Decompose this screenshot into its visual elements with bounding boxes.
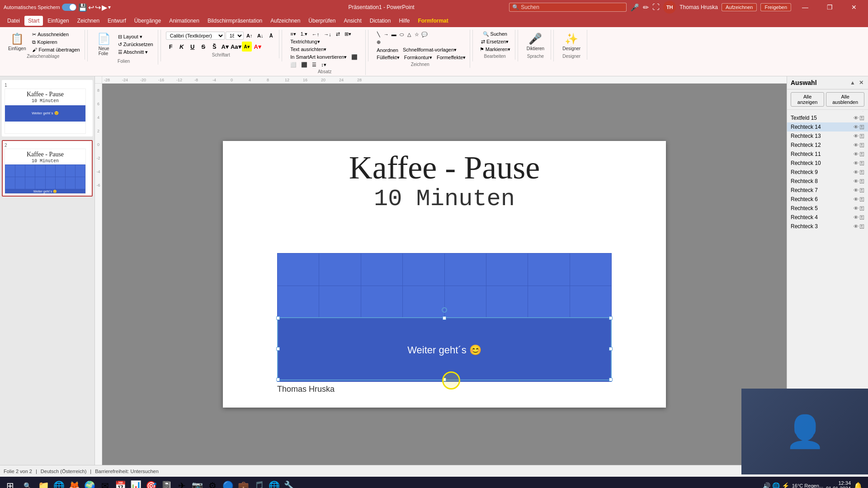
eye-icon-8[interactable]: 👁 xyxy=(854,178,859,184)
align-left[interactable]: ⬛ xyxy=(349,54,359,61)
lock-icon-4[interactable]: ⚿ xyxy=(859,142,864,148)
panel-item-rechteck14[interactable]: Rechteck 14 👁 ⚿ xyxy=(787,122,868,131)
lock-icon-3[interactable]: ⚿ xyxy=(859,133,864,139)
autosave-switch[interactable] xyxy=(62,4,76,11)
taskbar-edge[interactable]: 🌐 xyxy=(52,479,66,488)
anordnen-btn[interactable]: Anordnen xyxy=(375,47,400,53)
taskbar-app2[interactable]: ⚙ xyxy=(205,479,220,488)
taskbar-app7[interactable]: 🔧 xyxy=(282,479,297,488)
shape-line[interactable]: ╲ xyxy=(375,31,382,38)
taskbar-teams[interactable]: 🎯 xyxy=(144,479,158,488)
taskbar-firefox[interactable]: 🦊 xyxy=(67,479,81,488)
eye-icon-6[interactable]: 👁 xyxy=(854,160,859,166)
eye-icon-9[interactable]: 👁 xyxy=(854,188,859,193)
eye-icon-3[interactable]: 👁 xyxy=(854,133,859,139)
menu-hilfe[interactable]: Hilfe xyxy=(395,16,413,26)
slide-canvas[interactable]: Kaffee - Pause 10 Minuten xyxy=(223,141,666,408)
shape-rect[interactable]: ▬ xyxy=(390,31,397,38)
section-button[interactable]: ☰ Abschnitt ▾ xyxy=(116,49,155,56)
rtl-btn[interactable]: ⇄ xyxy=(334,31,342,38)
fullscreen-icon[interactable]: ⛶ xyxy=(652,3,660,11)
cut-button[interactable]: ✂ Ausschneiden xyxy=(30,31,81,38)
eye-icon-1[interactable]: 👁 xyxy=(854,115,859,121)
minimize-button[interactable]: — xyxy=(795,0,816,14)
shape-arrow[interactable]: → xyxy=(382,31,390,38)
user-avatar[interactable]: TH xyxy=(663,1,676,14)
paste-button[interactable]: 📋 Einfügen xyxy=(5,31,29,53)
taskbar-explorer[interactable]: 📁 xyxy=(36,479,51,488)
slide-panel[interactable]: 1 Kaffee - Pause 10 Minuten Weiter geht´… xyxy=(0,76,95,465)
taskbar-app6[interactable]: 🌐 xyxy=(267,479,281,488)
align-justify[interactable]: ☰ xyxy=(310,61,318,68)
lock-icon-2[interactable]: ⚿ xyxy=(859,124,864,130)
panel-close[interactable]: ✕ xyxy=(858,80,864,86)
ersetzen-btn[interactable]: ⇄ Ersetzen▾ xyxy=(479,38,510,45)
textalign-btn[interactable]: Text ausrichten▾ xyxy=(288,46,328,53)
font-name-select[interactable]: Calibri (Textkörper) xyxy=(166,32,225,40)
taskbar-powerpoint[interactable]: 📊 xyxy=(128,479,143,488)
canvas-area[interactable]: Kaffee - Pause 10 Minuten xyxy=(102,84,787,465)
taskbar-app3[interactable]: 🔵 xyxy=(221,479,235,488)
shadow-button[interactable]: S̈ xyxy=(209,42,219,52)
start-button[interactable]: ⊞ xyxy=(2,478,18,488)
panel-item-rechteck12[interactable]: Rechteck 12 👁 ⚿ xyxy=(787,141,868,150)
shape-callout[interactable]: 💬 xyxy=(421,31,428,38)
taskbar-outlook[interactable]: ✉ xyxy=(98,479,112,488)
taskbar-telegram[interactable]: ✈ xyxy=(175,479,189,488)
lock-icon-10[interactable]: ⚿ xyxy=(859,197,864,202)
panel-item-rechteck8[interactable]: Rechteck 8 👁 ⚿ xyxy=(787,177,868,186)
lock-icon-9[interactable]: ⚿ xyxy=(859,188,864,193)
accessibility-status[interactable]: Barrierefreiheit: Untersuchen xyxy=(95,469,159,474)
bold-button[interactable]: F xyxy=(166,42,176,52)
panel-item-rechteck5[interactable]: Rechteck 5 👁 ⚿ xyxy=(787,204,868,213)
notification-icon[interactable]: 🔔 xyxy=(854,482,863,488)
highlight-button[interactable]: A▾ xyxy=(242,42,252,52)
copy-button[interactable]: ⧉ Kopieren xyxy=(30,39,81,46)
indent-dec-btn[interactable]: ←↑ xyxy=(310,31,321,38)
blue-grid-box[interactable] xyxy=(277,253,612,319)
eye-icon-11[interactable]: 👁 xyxy=(854,206,859,211)
numlist-btn[interactable]: 1.▾ xyxy=(299,31,309,38)
align-right[interactable]: ⬛ xyxy=(299,61,309,68)
formkontur-btn[interactable]: Formkontur▾ xyxy=(402,54,434,61)
font-decrease-btn[interactable]: A↓ xyxy=(255,31,265,41)
slide-title[interactable]: Kaffee - Pause xyxy=(223,150,666,186)
menu-entwurf[interactable]: Entwurf xyxy=(104,16,130,26)
taskbar-onenote[interactable]: 📓 xyxy=(159,479,174,488)
menu-ansicht[interactable]: Ansicht xyxy=(340,16,365,26)
font-color-button[interactable]: A▾ xyxy=(220,42,230,52)
shape-more[interactable]: ⊕ xyxy=(375,38,382,46)
panel-scroll-up[interactable]: ▲ xyxy=(787,110,868,112)
cols-btn[interactable]: ⊞▾ xyxy=(343,31,353,38)
undo-icon[interactable]: ↩ xyxy=(88,3,94,12)
panel-item-rechteck7[interactable]: Rechteck 7 👁 ⚿ xyxy=(787,186,868,195)
lock-icon-12[interactable]: ⚿ xyxy=(859,215,864,220)
schnelformat-btn[interactable]: Schnellformat-vorlagen▾ xyxy=(401,47,458,53)
eye-icon-7[interactable]: 👁 xyxy=(854,169,859,175)
shape-oval[interactable]: ⬭ xyxy=(398,31,405,38)
font-clear-btn[interactable]: Ā xyxy=(266,31,276,41)
microphone-icon[interactable]: 🎤 xyxy=(630,3,639,12)
eye-icon-2[interactable]: 👁 xyxy=(854,124,859,130)
markieren-btn[interactable]: ⚑ Markieren▾ xyxy=(478,46,512,53)
pen-icon[interactable]: ✏ xyxy=(643,3,649,12)
formeffekte-btn[interactable]: Formeffekte▾ xyxy=(435,54,468,61)
autosave-toggle[interactable]: Automatisches Speichern xyxy=(4,4,76,11)
lock-icon-8[interactable]: ⚿ xyxy=(859,178,864,184)
lock-icon-13[interactable]: ⚿ xyxy=(859,224,864,229)
menu-datei[interactable]: Datei xyxy=(4,16,24,26)
panel-item-rechteck3[interactable]: Rechteck 3 👁 ⚿ xyxy=(787,222,868,231)
linespace-btn[interactable]: ↕▾ xyxy=(319,61,328,68)
panel-item-rechteck9[interactable]: Rechteck 9 👁 ⚿ xyxy=(787,168,868,177)
strikethrough-button[interactable]: S xyxy=(198,42,208,52)
panel-item-rechteck10[interactable]: Rechteck 10 👁 ⚿ xyxy=(787,159,868,168)
new-slide-button[interactable]: 📄 NeueFolie xyxy=(93,31,115,58)
slide-thumb-2[interactable]: 2 Kaffee - Pause 10 Minuten Weiter geht´… xyxy=(2,140,93,197)
shape-triangle[interactable]: △ xyxy=(406,31,413,38)
menu-animationen[interactable]: Animationen xyxy=(165,16,203,26)
diktieren-button[interactable]: 🎤 Diktieren xyxy=(523,31,548,53)
font-size-aa[interactable]: Aa▾ xyxy=(231,42,241,52)
menu-zeichnen[interactable]: Zeichnen xyxy=(74,16,103,26)
lock-icon-1[interactable]: ⚿ xyxy=(859,115,864,121)
eye-icon-4[interactable]: 👁 xyxy=(854,142,859,148)
